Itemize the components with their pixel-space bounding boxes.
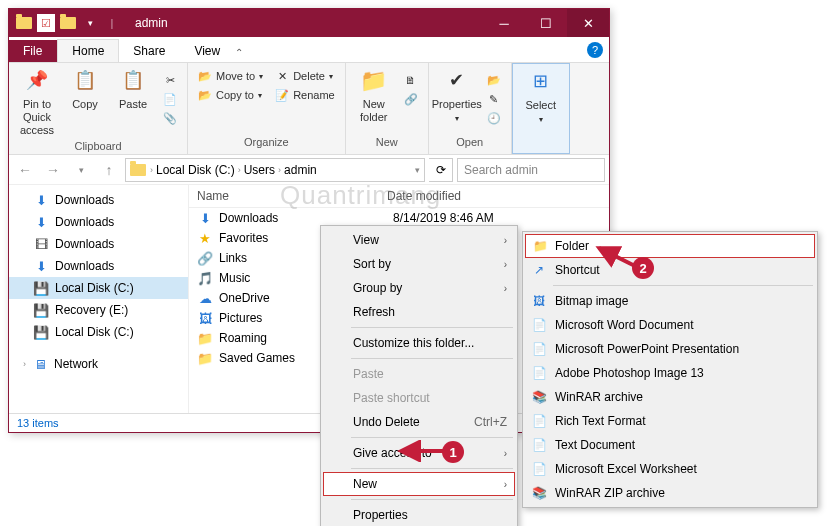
menu-item[interactable]: Undo DeleteCtrl+Z — [323, 410, 515, 434]
menu-item[interactable]: 📄Rich Text Format — [525, 409, 815, 433]
edit-button[interactable]: ✎ — [483, 90, 505, 108]
pin-label: Pin to Quick access — [15, 98, 59, 138]
file-date: 8/14/2019 8:46 AM — [393, 211, 494, 225]
breadcrumb-dropdown[interactable]: ▾ — [415, 165, 420, 175]
cut-icon: ✂ — [163, 73, 177, 87]
menu-item[interactable]: Sort by› — [323, 252, 515, 276]
menu-item[interactable]: 📄Text Document — [525, 433, 815, 457]
cut-button[interactable]: ✂ — [159, 71, 181, 89]
moveto-button[interactable]: 📂Move to ▾ — [194, 67, 267, 85]
copypath-button[interactable]: 📄 — [159, 90, 181, 108]
menu-item[interactable]: 📚WinRAR archive — [525, 385, 815, 409]
file-icon: ☁ — [197, 290, 213, 306]
pasteshortcut-button[interactable]: 📎 — [159, 109, 181, 127]
filetype-icon: 📚 — [531, 389, 547, 405]
menu-item[interactable]: Properties — [323, 503, 515, 526]
ribbon: 📌Pin to Quick access 📋Copy 📋Paste ✂ 📄 📎 … — [9, 63, 609, 155]
menu-item[interactable]: 📚WinRAR ZIP archive — [525, 481, 815, 505]
breadcrumb-folder-icon — [130, 164, 146, 176]
select-group-label — [519, 145, 563, 149]
menu-label: Refresh — [353, 305, 395, 319]
paste-label: Paste — [119, 98, 147, 111]
navigation-pane[interactable]: ⬇Downloads⬇Downloads🎞Downloads⬇Downloads… — [9, 185, 189, 413]
properties-button[interactable]: ✔Properties▾ — [435, 67, 479, 124]
header-date[interactable]: Date modified — [387, 189, 461, 203]
sidebar-item[interactable]: ⬇Downloads — [9, 211, 188, 233]
minimize-button[interactable]: ─ — [483, 9, 525, 37]
open-button[interactable]: 📂 — [483, 71, 505, 89]
menu-label: Undo Delete — [353, 415, 420, 429]
sidebar-item[interactable]: 💾Local Disk (C:) — [9, 277, 188, 299]
history-button[interactable]: 🕘 — [483, 109, 505, 127]
clipboard-label: Clipboard — [15, 138, 181, 154]
ribbon-group-new: 📁New folder 🗎 🔗 New — [346, 63, 429, 154]
back-button[interactable]: ← — [13, 158, 37, 182]
recent-dropdown[interactable]: ▾ — [69, 158, 93, 182]
properties-label: Properties — [432, 98, 482, 111]
minimize-ribbon-icon[interactable]: ⌃ — [235, 47, 243, 58]
nav-icon: ⬇ — [33, 258, 49, 274]
properties-icon[interactable]: ☑ — [37, 14, 55, 32]
pin-button[interactable]: 📌Pin to Quick access — [15, 67, 59, 138]
tab-view[interactable]: View — [180, 40, 235, 62]
menu-item[interactable]: Group by› — [323, 276, 515, 300]
copy-icon: 📋 — [71, 67, 99, 95]
tab-home[interactable]: Home — [57, 39, 119, 62]
menu-item[interactable]: New› — [323, 472, 515, 496]
menu-item[interactable]: 📄Microsoft Word Document — [525, 313, 815, 337]
titlebar: ☑ ▾ | admin ─ ☐ ✕ — [9, 9, 609, 37]
up-button[interactable]: ↑ — [97, 158, 121, 182]
easyaccess-button[interactable]: 🔗 — [400, 90, 422, 108]
sidebar-item[interactable]: ⬇Downloads — [9, 189, 188, 211]
menu-item[interactable]: Refresh — [323, 300, 515, 324]
delete-button[interactable]: ✕Delete ▾ — [271, 67, 339, 85]
menu-item[interactable]: 🖼Bitmap image — [525, 289, 815, 313]
tab-share[interactable]: Share — [119, 40, 180, 62]
file-name: Downloads — [219, 211, 387, 225]
sidebar-item[interactable]: ⬇Downloads — [9, 255, 188, 277]
newfolder-button[interactable]: 📁New folder — [352, 67, 396, 124]
folder-icon-2 — [59, 14, 77, 32]
breadcrumb[interactable]: › Local Disk (C:) › Users › admin ▾ — [125, 158, 425, 182]
menu-item: Paste shortcut — [323, 386, 515, 410]
breadcrumb-seg[interactable]: Local Disk (C:) — [153, 163, 238, 177]
nav-icon: ⬇ — [33, 214, 49, 230]
file-icon: 📁 — [197, 330, 213, 346]
menu-item[interactable]: View› — [323, 228, 515, 252]
rename-button[interactable]: 📝Rename — [271, 86, 339, 104]
context-menu: View›Sort by›Group by›RefreshCustomize t… — [320, 225, 518, 526]
menu-item[interactable]: 📁Folder — [525, 234, 815, 258]
chevron-right-icon: › — [504, 235, 507, 246]
menu-item[interactable]: 📄Microsoft Excel Worksheet — [525, 457, 815, 481]
copyto-button[interactable]: 📂Copy to ▾ — [194, 86, 267, 104]
menu-item[interactable]: ↗Shortcut — [525, 258, 815, 282]
sidebar-item-network[interactable]: ›🖥Network — [9, 353, 188, 375]
header-name[interactable]: Name — [197, 189, 387, 203]
paste-button[interactable]: 📋Paste — [111, 67, 155, 111]
nav-label: Downloads — [55, 215, 114, 229]
breadcrumb-seg[interactable]: admin — [281, 163, 320, 177]
menu-item[interactable]: 📄Adobe Photoshop Image 13 — [525, 361, 815, 385]
forward-button[interactable]: → — [41, 158, 65, 182]
tab-file[interactable]: File — [9, 40, 57, 62]
filetype-icon: 📄 — [531, 461, 547, 477]
sidebar-item[interactable]: 💾Recovery (E:) — [9, 299, 188, 321]
newitem-button[interactable]: 🗎 — [400, 71, 422, 89]
search-input[interactable]: Search admin — [457, 158, 605, 182]
menu-item[interactable]: Customize this folder... — [323, 331, 515, 355]
maximize-button[interactable]: ☐ — [525, 9, 567, 37]
dropdown-icon[interactable]: ▾ — [81, 14, 99, 32]
sidebar-item[interactable]: 🎞Downloads — [9, 233, 188, 255]
close-button[interactable]: ✕ — [567, 9, 609, 37]
sidebar-item[interactable]: 💾Local Disk (C:) — [9, 321, 188, 343]
help-icon[interactable]: ? — [587, 42, 603, 58]
edit-icon: ✎ — [487, 92, 501, 106]
newfolder-icon: 📁 — [360, 67, 388, 95]
select-button[interactable]: ⊞Select▾ — [519, 68, 563, 125]
nav-label: Network — [54, 357, 98, 371]
refresh-button[interactable]: ⟳ — [429, 158, 453, 182]
copy-button[interactable]: 📋Copy — [63, 67, 107, 111]
menu-item[interactable]: 📄Microsoft PowerPoint Presentation — [525, 337, 815, 361]
breadcrumb-seg[interactable]: Users — [241, 163, 278, 177]
menu-label: Sort by — [353, 257, 391, 271]
